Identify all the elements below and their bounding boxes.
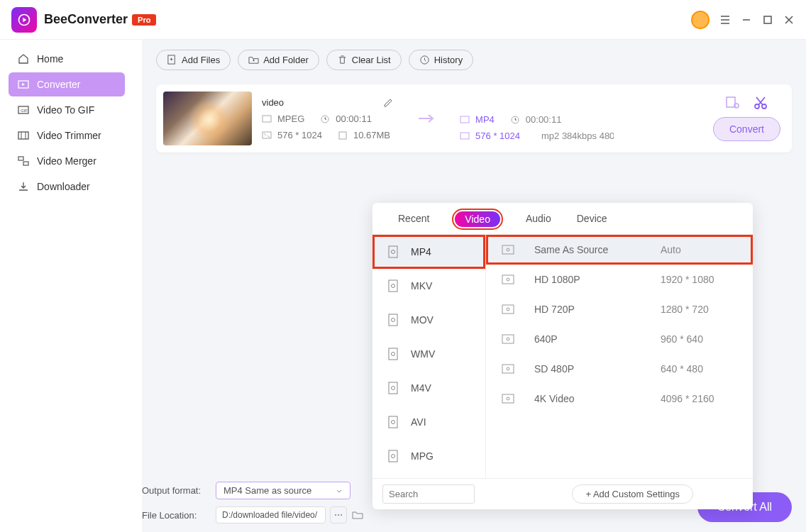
output-format-label: Output format: <box>142 485 206 496</box>
src-res: 576 * 1024 <box>277 130 322 140</box>
svg-point-24 <box>392 284 395 288</box>
path-more-button[interactable]: ⋯ <box>330 506 347 523</box>
svg-rect-1 <box>764 16 771 23</box>
pro-badge: Pro <box>132 14 156 26</box>
maximize-icon[interactable] <box>762 14 773 26</box>
resolution-icon <box>460 131 470 141</box>
svg-rect-27 <box>389 348 397 360</box>
clear-list-button[interactable]: Clear List <box>326 50 402 70</box>
titlebar: BeeConverter Pro <box>0 0 806 40</box>
out-duration: 00:00:11 <box>526 114 562 125</box>
converter-icon <box>17 78 30 91</box>
minimize-icon[interactable] <box>741 14 752 26</box>
folder-icon[interactable] <box>351 509 364 521</box>
add-folder-icon <box>248 55 259 65</box>
video-thumbnail[interactable] <box>163 92 252 145</box>
file-location-label: File Location: <box>142 510 206 521</box>
res-item-same[interactable]: Same As SourceAuto <box>486 235 753 265</box>
home-icon <box>17 52 30 65</box>
sidebar-item-label: Converter <box>37 79 80 90</box>
arrow-icon <box>417 111 437 126</box>
menu-icon[interactable] <box>719 14 731 26</box>
sidebar-item-video-to-gif[interactable]: GIF Video To GIF <box>9 98 125 122</box>
svg-rect-33 <box>389 450 397 462</box>
res-item-720p[interactable]: HD 720P1280 * 720 <box>486 294 753 324</box>
convert-button[interactable]: Convert <box>713 117 780 141</box>
app-name: BeeConverter <box>44 12 128 27</box>
out-audio: mp2 384kbps 48000hz <box>541 131 614 141</box>
src-format: MPEG <box>277 113 304 124</box>
trash-icon <box>337 55 348 65</box>
download-icon <box>17 180 30 193</box>
svg-rect-16 <box>460 133 469 139</box>
svg-rect-21 <box>389 246 397 257</box>
history-button[interactable]: History <box>409 50 473 70</box>
svg-point-36 <box>507 248 509 251</box>
svg-rect-43 <box>502 365 514 373</box>
out-res: 576 * 1024 <box>475 131 520 141</box>
res-item-640p[interactable]: 640P960 * 640 <box>486 324 753 354</box>
format-item-wmv[interactable]: WMV <box>372 337 485 371</box>
resolution-icon <box>262 131 272 140</box>
res-item-1080p[interactable]: HD 1080P1920 * 1080 <box>486 265 753 294</box>
cut-icon[interactable] <box>753 96 768 110</box>
svg-rect-14 <box>460 116 469 123</box>
add-custom-button[interactable]: + Add Custom Settings <box>572 484 693 504</box>
sidebar-item-merger[interactable]: Video Merger <box>9 149 125 173</box>
svg-point-22 <box>392 250 395 254</box>
svg-point-30 <box>392 387 395 390</box>
sidebar-item-home[interactable]: Home <box>9 47 125 71</box>
sidebar-item-label: Video Merger <box>37 155 96 167</box>
res-item-480p[interactable]: SD 480P640 * 480 <box>486 354 753 384</box>
svg-rect-45 <box>502 394 514 403</box>
resolution-list: Same As SourceAuto HD 1080P1920 * 1080 H… <box>486 235 753 478</box>
out-format: MP4 <box>475 114 495 125</box>
tab-recent[interactable]: Recent <box>398 211 429 227</box>
avatar[interactable] <box>691 11 710 29</box>
sidebar-item-label: Video Trimmer <box>37 130 101 141</box>
svg-rect-17 <box>727 97 735 107</box>
tab-device[interactable]: Device <box>577 211 607 227</box>
video-card: video MPEG 00:00:11 576 * 1024 10.67MB M… <box>156 84 792 153</box>
svg-rect-5 <box>18 132 28 139</box>
search-input[interactable] <box>382 484 475 504</box>
format-item-mp4[interactable]: MP4 <box>372 235 485 269</box>
svg-rect-6 <box>18 157 23 160</box>
format-item-m4v[interactable]: M4V <box>372 371 485 405</box>
add-file-icon <box>167 55 177 65</box>
popup-tabs: Recent Video Audio Device <box>372 203 753 235</box>
svg-point-46 <box>507 397 509 400</box>
svg-rect-39 <box>502 305 514 314</box>
svg-rect-25 <box>389 314 397 326</box>
svg-rect-10 <box>263 116 271 122</box>
add-folder-button[interactable]: Add Folder <box>238 50 319 70</box>
format-item-mov[interactable]: MOV <box>372 303 485 337</box>
file-location-input[interactable] <box>216 506 326 523</box>
settings-icon[interactable] <box>725 96 739 110</box>
video-format-icon <box>262 114 272 124</box>
tab-video[interactable]: Video <box>455 211 500 227</box>
svg-rect-7 <box>23 162 28 165</box>
sidebar-item-trimmer[interactable]: Video Trimmer <box>9 123 125 148</box>
video-format-icon <box>460 115 470 125</box>
add-files-button[interactable]: Add Files <box>156 50 231 70</box>
close-icon[interactable] <box>783 14 795 26</box>
svg-rect-35 <box>502 245 514 254</box>
sidebar-item-converter[interactable]: Converter <box>9 72 125 96</box>
clock-icon <box>320 114 330 124</box>
svg-point-32 <box>392 421 395 424</box>
svg-point-38 <box>507 278 509 281</box>
format-item-mpg[interactable]: MPG <box>372 439 485 473</box>
edit-icon[interactable] <box>383 96 394 108</box>
sidebar-item-label: Video To GIF <box>37 104 94 116</box>
app-logo <box>11 7 37 33</box>
sidebar-item-label: Home <box>37 53 63 65</box>
chevron-down-icon <box>336 487 343 494</box>
tab-audio[interactable]: Audio <box>526 211 551 227</box>
svg-rect-37 <box>502 275 514 284</box>
format-item-mkv[interactable]: MKV <box>372 269 485 303</box>
sidebar-item-downloader[interactable]: Downloader <box>9 174 125 199</box>
output-format-select[interactable]: MP4 Same as source <box>216 482 350 499</box>
res-item-4k[interactable]: 4K Video4096 * 2160 <box>486 384 753 414</box>
format-item-avi[interactable]: AVI <box>372 405 485 439</box>
